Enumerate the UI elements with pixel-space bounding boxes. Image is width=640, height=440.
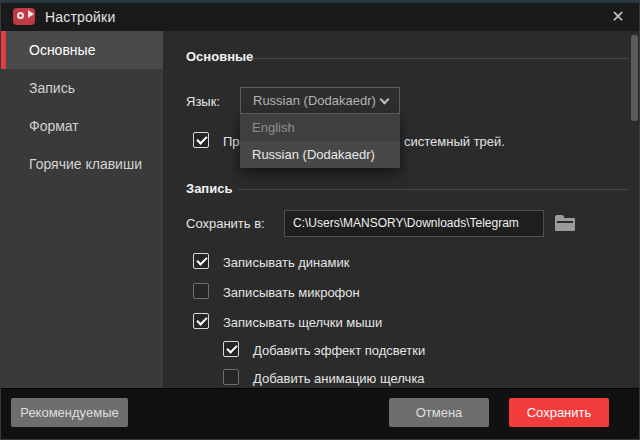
tray-label-after: системный трей.	[404, 134, 505, 149]
sidebar-item-recording[interactable]: Запись	[1, 69, 163, 107]
click-highlight-label: Добавить эффект подсветки	[253, 343, 425, 358]
record-speaker-label: Записывать динамик	[223, 255, 349, 270]
titlebar: Настройки ✕	[1, 1, 640, 31]
section-title-record: Запись	[186, 181, 232, 196]
save-to-label: Сохранить в:	[186, 216, 265, 231]
tray-checkbox[interactable]	[193, 132, 209, 148]
language-option-english[interactable]: English	[240, 114, 400, 141]
click-highlight-checkbox[interactable]	[223, 341, 239, 357]
section-divider	[253, 58, 629, 59]
vertical-scrollbar-thumb[interactable]	[631, 35, 638, 121]
camera-arrow-icon	[28, 10, 34, 18]
recorder-app-icon	[13, 8, 35, 25]
record-microphone-checkbox[interactable]	[193, 283, 209, 299]
sidebar-item-hotkeys[interactable]: Горячие клавиши	[1, 145, 163, 183]
sidebar-item-label: Запись	[29, 80, 75, 96]
window-title: Настройки	[45, 9, 115, 25]
sidebar: Основные Запись Формат Горячие клавиши	[1, 31, 163, 388]
settings-window: Настройки ✕ Основные Запись Формат Горяч…	[0, 0, 640, 440]
record-mouse-clicks-checkbox[interactable]	[193, 313, 209, 329]
save-button[interactable]: Сохранить	[509, 398, 609, 427]
language-dropdown[interactable]: Russian (Dodakaedr)	[240, 87, 400, 114]
close-icon[interactable]: ✕	[607, 6, 629, 28]
sidebar-item-format[interactable]: Формат	[1, 107, 163, 145]
selected-accent-bar	[1, 31, 6, 69]
footer-bar: Рекомендуемые Отмена Сохранить	[1, 388, 640, 440]
sidebar-item-label: Формат	[29, 118, 79, 134]
settings-content: Основные Язык: Russian (Dodakaedr) При с…	[163, 31, 640, 388]
section-divider	[238, 189, 629, 190]
language-selected-value: Russian (Dodakaedr)	[253, 93, 376, 108]
sidebar-item-label: Основные	[29, 42, 95, 58]
chevron-down-icon	[380, 95, 390, 105]
click-animation-label: Добавить анимацию щелчка	[253, 371, 425, 386]
recommended-button[interactable]: Рекомендуемые	[11, 398, 128, 427]
camera-lens-icon	[17, 12, 24, 19]
folder-icon[interactable]	[555, 215, 577, 231]
window-top-edge	[1, 1, 640, 3]
sidebar-item-label: Горячие клавиши	[29, 156, 142, 172]
record-speaker-checkbox[interactable]	[193, 253, 209, 269]
language-options-popup: English Russian (Dodakaedr)	[240, 114, 400, 168]
language-label: Язык:	[186, 94, 220, 109]
record-mouse-clicks-label: Записывать щелчки мыши	[223, 315, 382, 330]
section-title-general: Основные	[186, 49, 253, 64]
save-path-input[interactable]: C:\Users\MANSORY\Downloads\Telegram	[284, 210, 544, 237]
cancel-button[interactable]: Отмена	[389, 398, 489, 427]
record-microphone-label: Записывать микрофон	[223, 285, 360, 300]
language-option-russian[interactable]: Russian (Dodakaedr)	[240, 141, 400, 168]
click-animation-checkbox[interactable]	[223, 369, 239, 385]
sidebar-item-general[interactable]: Основные	[1, 31, 163, 69]
